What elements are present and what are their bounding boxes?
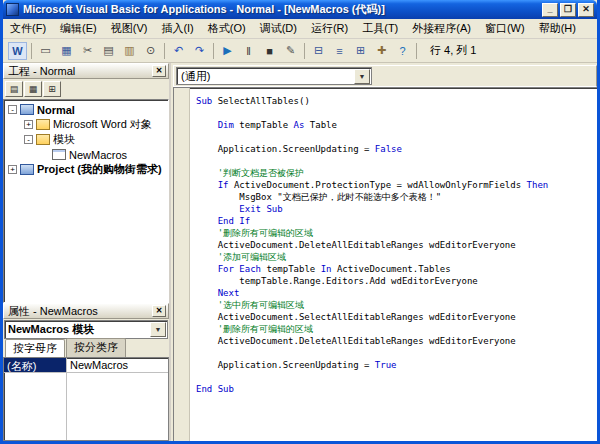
code-editor[interactable]: Sub SelectAllTables() Dim tempTable As T… [173,87,597,441]
properties-tab-1[interactable]: 按分类序 [66,338,126,357]
menu-item-10[interactable]: 帮助(H) [532,19,583,38]
code-line[interactable]: tempTable.Range.Editors.Add wdEditorEver… [196,275,597,287]
properties-tab-0[interactable]: 按字母序 [5,339,65,358]
design-mode-icon[interactable]: ✎ [281,42,300,60]
property-value[interactable]: NewMacros [66,358,168,372]
menu-item-6[interactable]: 运行(R) [304,19,355,38]
reset-icon[interactable]: ■ [260,42,279,60]
menu-item-5[interactable]: 调试(D) [253,19,304,38]
tree-item[interactable]: -模块 [4,132,168,147]
folder-icon [36,134,50,145]
help-icon[interactable]: ? [393,42,412,60]
module-icon [52,149,66,160]
code-line[interactable]: End If [196,215,597,227]
vba-main-window: Microsoft Visual Basic for Applications … [0,0,600,444]
menu-item-2[interactable]: 视图(V) [104,19,155,38]
menu-item-3[interactable]: 插入(I) [154,19,200,38]
project-panel-title: 工程 - Normal [8,64,152,79]
tree-item-label: Normal [37,104,75,116]
tree-item[interactable]: +Project (我的购物街需求) [4,162,168,177]
view-object-button[interactable]: ▦ [24,81,42,97]
menu-item-1[interactable]: 编辑(E) [53,19,104,38]
menu-item-8[interactable]: 外接程序(A) [405,19,478,38]
minimize-button[interactable]: _ [542,3,558,17]
tree-item-label: Microsoft Word 对象 [53,117,152,132]
properties-window-icon[interactable]: ≡ [330,42,349,60]
code-line[interactable]: If ActiveDocument.ProtectionType = wdAll… [196,179,597,191]
code-line[interactable]: Dim tempTable As Table [196,119,597,131]
properties-object-selector[interactable]: NewMacros 模块 ▼ [4,320,168,339]
code-line[interactable]: Next [196,287,597,299]
collapse-icon[interactable]: - [8,105,17,114]
collapse-icon[interactable]: - [24,135,33,144]
project-panel-close-icon[interactable]: ✕ [152,65,166,77]
code-line[interactable]: '删除所有可编辑的区域 [196,323,597,335]
paste-icon[interactable]: ▥ [120,42,139,60]
maximize-button[interactable]: ❐ [560,3,576,17]
tree-item[interactable]: +Microsoft Word 对象 [4,117,168,132]
title-bar[interactable]: Microsoft Visual Basic for Applications … [3,0,597,19]
redo-icon[interactable]: ↷ [190,42,209,60]
project-icon [20,104,34,115]
project-panel-toolbar: ▤▦⊞ [3,79,169,99]
break-icon[interactable]: ‖ [239,42,258,60]
code-line[interactable]: '删除所有可编辑的区域 [196,227,597,239]
view-code-button[interactable]: ▤ [5,81,23,97]
property-row[interactable]: (名称)NewMacros [4,358,168,373]
code-line[interactable]: '选中所有可编辑区域 [196,299,597,311]
toggle-folders-button[interactable]: ⊞ [43,81,61,97]
cut-icon[interactable]: ✂ [78,42,97,60]
project-panel-header[interactable]: 工程 - Normal ✕ [3,63,169,79]
save-icon[interactable]: ▦ [57,42,76,60]
properties-grid: (名称)NewMacros [3,357,169,441]
toolbox-icon[interactable]: ✚ [372,42,391,60]
code-line[interactable] [196,155,597,167]
tree-item-label: 模块 [53,132,75,147]
close-button[interactable]: ✕ [578,3,594,17]
code-line[interactable]: ActiveDocument.DeleteAllEditableRanges w… [196,239,597,251]
find-icon[interactable]: ⊙ [141,42,160,60]
menu-item-9[interactable]: 窗口(W) [478,19,532,38]
code-line[interactable]: Sub SelectAllTables() [196,95,597,107]
menu-item-4[interactable]: 格式(O) [201,19,253,38]
code-line[interactable] [196,131,597,143]
code-line[interactable]: For Each tempTable In ActiveDocument.Tab… [196,263,597,275]
chevron-down-icon[interactable]: ▼ [354,69,370,84]
copy-icon[interactable]: ▤ [99,42,118,60]
chevron-down-icon[interactable]: ▼ [150,322,166,337]
code-line[interactable]: MsgBox "文档已保护，此时不能选中多个表格！" [196,191,597,203]
code-line[interactable] [196,107,597,119]
run-icon[interactable]: ▶ [218,42,237,60]
tree-item[interactable]: NewMacros [4,147,168,162]
code-line[interactable] [196,347,597,359]
code-line[interactable]: '判断文档是否被保护 [196,167,597,179]
properties-panel-header[interactable]: 属性 - NewMacros ✕ [3,303,169,319]
insert-userform-icon[interactable]: ▭ [36,42,55,60]
breakpoint-margin[interactable] [174,88,190,441]
code-line[interactable]: Application.ScreenUpdating = False [196,143,597,155]
undo-icon[interactable]: ↶ [169,42,188,60]
properties-object-label: NewMacros 模块 [8,322,150,337]
toolbar: W▭▦✂▤▥⊙↶↷▶‖■✎⊟≡⊞✚?行 4, 列 1 [3,39,597,63]
property-name[interactable]: (名称) [4,358,66,372]
code-line[interactable]: ActiveDocument.SelectAllEditableRanges w… [196,311,597,323]
word-icon[interactable]: W [8,42,27,60]
code-lines[interactable]: Sub SelectAllTables() Dim tempTable As T… [190,88,597,441]
code-line[interactable]: Exit Sub [196,203,597,215]
code-line[interactable]: ActiveDocument.DeleteAllEditableRanges w… [196,335,597,347]
object-dropdown[interactable]: (通用) ▼ [176,67,372,85]
expand-icon[interactable]: + [8,165,17,174]
tree-item[interactable]: -Normal [4,102,168,117]
object-browser-icon[interactable]: ⊞ [351,42,370,60]
cursor-position-indicator: 行 4, 列 1 [430,43,476,58]
expand-icon[interactable]: + [24,120,33,129]
menu-item-0[interactable]: 文件(F) [3,19,53,38]
project-explorer-icon[interactable]: ⊟ [309,42,328,60]
code-line[interactable]: '添加可编辑区域 [196,251,597,263]
code-line[interactable] [196,371,597,383]
properties-panel-close-icon[interactable]: ✕ [152,305,166,317]
code-line[interactable]: Application.ScreenUpdating = True [196,359,597,371]
menu-item-7[interactable]: 工具(T) [355,19,405,38]
main-area: 工程 - Normal ✕ ▤▦⊞ -Normal+Microsoft Word… [3,63,597,441]
code-line[interactable]: End Sub [196,383,597,395]
